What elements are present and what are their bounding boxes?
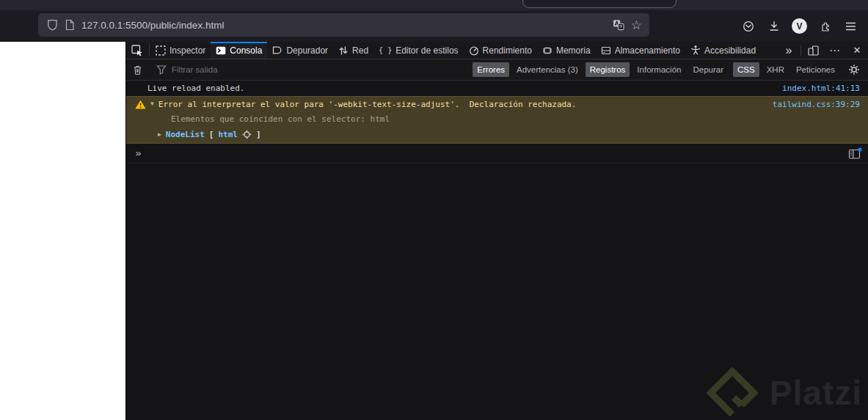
tab-label: Rendimiento: [483, 45, 532, 56]
toolbar-icons: V: [735, 10, 864, 42]
downloads-button[interactable]: [761, 15, 787, 38]
tab-label: Consola: [230, 45, 262, 56]
navigation-toolbar: ☆ V: [0, 10, 868, 42]
console-empty-area[interactable]: Platzi: [126, 163, 868, 420]
console-log-row: Live reload enabled. index.html:41:13: [126, 81, 868, 96]
memory-chip-icon: [542, 45, 552, 56]
url-input[interactable]: [81, 20, 606, 31]
filter-logs[interactable]: Registros: [586, 62, 630, 77]
page-info-icon[interactable]: [65, 19, 75, 31]
menu-hamburger-icon[interactable]: [838, 15, 864, 38]
performance-icon: [469, 45, 479, 56]
tab-console[interactable]: Consola: [211, 42, 267, 59]
filter-requests[interactable]: Peticiones: [792, 62, 839, 77]
network-arrows-icon: [338, 45, 349, 56]
filter-errors[interactable]: Errores: [473, 62, 509, 77]
tab-storage[interactable]: Almacenamiento: [596, 42, 685, 59]
filter-output-input[interactable]: [172, 65, 471, 74]
tab-memory[interactable]: Memoria: [537, 42, 596, 59]
braces-icon: { }: [379, 46, 392, 54]
filter-info[interactable]: Información: [632, 62, 685, 77]
bookmark-star-icon[interactable]: ☆: [631, 19, 642, 32]
shield-icon[interactable]: [47, 19, 58, 31]
tab-strip: [0, 0, 868, 10]
spacer: [761, 42, 778, 59]
devtools-panel: Inspector Consola Depurador Red { } Edit…: [125, 42, 868, 420]
inspector-icon: [156, 45, 166, 56]
devtools-tabbar: Inspector Consola Depurador Red { } Edit…: [126, 42, 868, 59]
extensions-puzzle-icon[interactable]: [812, 15, 838, 38]
browser-window: ☆ V: [0, 0, 868, 420]
platzi-watermark-text: Platzi: [770, 373, 862, 413]
accessibility-person-icon: [690, 45, 701, 56]
tab-label: Almacenamiento: [615, 45, 680, 56]
tab-label: Memoria: [556, 45, 591, 56]
warning-triangle-icon: [135, 100, 146, 109]
console-output: Live reload enabled. index.html:41:13 ▼ …: [126, 81, 868, 420]
platzi-logo-icon: [707, 367, 758, 419]
result-class-name[interactable]: NodeList: [166, 130, 205, 139]
twisty-open-icon[interactable]: ▼: [150, 101, 154, 107]
tab-style-editor[interactable]: { } Editor de estilos: [373, 42, 463, 59]
tab-label: Accesibilidad: [704, 45, 756, 56]
tab-label: Editor de estilos: [395, 45, 458, 56]
clear-console-button[interactable]: [126, 65, 148, 75]
funnel-icon: [156, 65, 167, 75]
responsive-mode-button[interactable]: [802, 42, 824, 59]
storage-icon: [601, 45, 611, 56]
meatball-icon: ⋯: [829, 45, 841, 56]
warning-detail: Elementos que coinciden con el selector:…: [171, 114, 390, 124]
console-warning-block: ▼ Error al interpretar el valor para '-w…: [126, 96, 868, 144]
avatar-letter: V: [792, 18, 807, 34]
close-devtools-button[interactable]: ✕: [846, 42, 868, 59]
log-message: Live reload enabled.: [147, 84, 244, 93]
responsive-design-icon: [808, 45, 819, 56]
console-prompt-icon: »: [135, 147, 142, 159]
filter-xhr[interactable]: XHR: [762, 62, 789, 77]
filter-css[interactable]: CSS: [733, 62, 759, 77]
translate-icon[interactable]: [613, 19, 624, 31]
browser-tab-partial[interactable]: [522, 0, 676, 8]
debugger-icon: [272, 45, 282, 55]
pick-element-button[interactable]: [126, 42, 148, 59]
bracket-close: ]: [256, 130, 261, 139]
warning-source-link[interactable]: tailwind.css:39:29: [773, 100, 860, 109]
tab-inspector[interactable]: Inspector: [150, 42, 211, 59]
console-input-row[interactable]: »: [126, 144, 868, 163]
devtools-meatball-menu[interactable]: ⋯: [824, 42, 846, 59]
warning-row: ▼ Error al interpretar el valor para '-w…: [126, 97, 868, 111]
filter-input-area: [150, 65, 471, 75]
bracket-open: [: [209, 130, 214, 139]
warning-detail-row: Elementos que coinciden con el selector:…: [126, 111, 868, 126]
tab-network[interactable]: Red: [333, 42, 373, 59]
more-tabs-button[interactable]: »: [778, 42, 800, 59]
console-settings-button[interactable]: [843, 64, 865, 75]
console-filterbar: Errores Advertencias (3) Registros Infor…: [126, 59, 868, 81]
log-source-link[interactable]: index.html:41:13: [782, 84, 860, 93]
web-page-content: [0, 42, 125, 420]
tab-performance[interactable]: Rendimiento: [464, 42, 537, 59]
warning-message: Error al interpretar el valor para '-web…: [158, 100, 577, 109]
nodelist-result-row: ▶ NodeList [ html ]: [126, 126, 868, 143]
filter-warnings[interactable]: Advertencias (3): [512, 62, 583, 77]
open-sidebar-icon[interactable]: [848, 147, 862, 160]
inspect-node-target-icon[interactable]: [242, 130, 252, 139]
chevron-double-icon: »: [786, 45, 792, 56]
tab-debugger[interactable]: Depurador: [267, 42, 333, 59]
account-avatar[interactable]: V: [787, 15, 812, 38]
tab-accessibility[interactable]: Accesibilidad: [685, 42, 761, 59]
separator: [800, 45, 801, 56]
close-icon: ✕: [853, 45, 861, 55]
result-node[interactable]: html: [218, 130, 238, 139]
twisty-closed-icon[interactable]: ▶: [158, 132, 161, 138]
url-bar[interactable]: ☆: [38, 13, 649, 37]
trash-icon: [132, 65, 143, 75]
pocket-button[interactable]: [735, 15, 761, 38]
separator: [149, 45, 150, 56]
tab-label: Inspector: [169, 45, 205, 56]
gear-icon: [848, 64, 860, 75]
tab-label: Depurador: [286, 45, 328, 56]
platzi-watermark: Platzi: [707, 367, 862, 419]
tab-label: Red: [352, 45, 368, 56]
filter-debug[interactable]: Depurar: [688, 62, 728, 77]
